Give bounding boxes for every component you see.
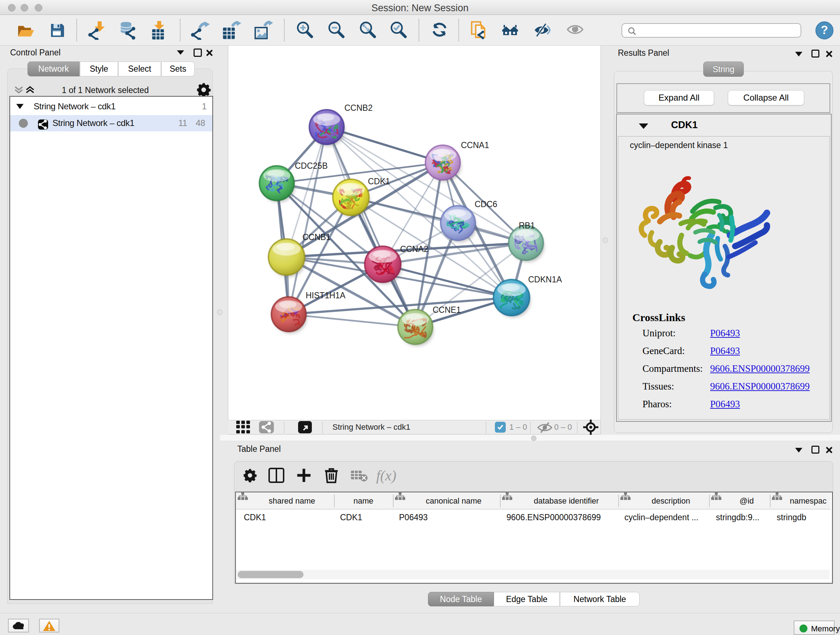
svg-text:CCNA2: CCNA2 <box>400 244 428 254</box>
svg-text:CDKN1A: CDKN1A <box>528 275 562 284</box>
svg-text:CCNE1: CCNE1 <box>433 305 461 315</box>
svg-text:CDC6: CDC6 <box>475 200 497 209</box>
svg-text:CDK1: CDK1 <box>368 177 390 186</box>
svg-text:CDC25B: CDC25B <box>295 161 328 171</box>
svg-text:CCNA1: CCNA1 <box>461 141 489 150</box>
svg-text:CCNB2: CCNB2 <box>344 103 373 112</box>
svg-text:CCNB1: CCNB1 <box>302 233 331 242</box>
svg-text:HIST1H1A: HIST1H1A <box>306 291 346 300</box>
svg-text:RB1: RB1 <box>519 221 535 230</box>
svg-text:?: ? <box>821 24 828 36</box>
